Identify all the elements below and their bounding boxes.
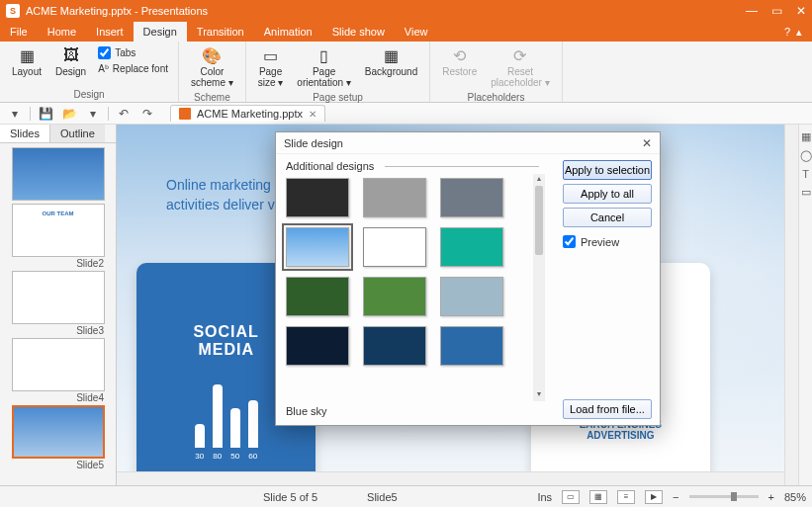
menu-slideshow[interactable]: Slide show — [322, 22, 395, 42]
dialog-title: Slide design — [284, 137, 343, 149]
zoom-in-button[interactable]: + — [768, 491, 774, 503]
save-icon[interactable]: 💾 — [35, 105, 56, 123]
redo-icon[interactable]: ↷ — [136, 105, 158, 123]
view-sorter-button[interactable]: ▦ — [589, 490, 607, 504]
design-option[interactable] — [286, 178, 349, 217]
minimize-button[interactable]: — — [746, 4, 758, 18]
card-title: SOCIAL MEDIA — [193, 323, 258, 359]
design-scrollbar[interactable]: ▴ ▾ — [533, 174, 545, 401]
shapes-icon[interactable]: ◯ — [800, 149, 812, 162]
scroll-down-icon[interactable]: ▾ — [533, 389, 545, 401]
ribbon: ▦Layout 🖼Design Tabs AᵇReplace font Desi… — [0, 42, 812, 103]
design-grid — [286, 174, 529, 401]
menu-animation[interactable]: Animation — [254, 22, 322, 42]
status-slide-name: Slide5 — [367, 491, 398, 503]
reset-placeholder-button: ⟳Reset placeholder ▾ — [485, 43, 555, 90]
quick-access-toolbar: ▾ 💾 📂 ▾ ↶ ↷ ACME Marketing.pptx ✕ — [0, 103, 812, 125]
menu-home[interactable]: Home — [38, 22, 86, 42]
maximize-button[interactable]: ▭ — [771, 4, 782, 18]
vertical-scrollbar[interactable] — [784, 125, 798, 485]
slide-thumb-4[interactable] — [12, 338, 105, 391]
menu-bar: File Home Insert Design Transition Anima… — [0, 22, 812, 42]
page-size-button[interactable]: ▭Page size ▾ — [252, 43, 290, 90]
document-tab[interactable]: ACME Marketing.pptx ✕ — [170, 105, 325, 122]
slide-design-dialog: Slide design ✕ Additional designs ▴ ▾ Bl… — [275, 131, 661, 426]
menu-file[interactable]: File — [0, 22, 38, 42]
design-option[interactable] — [363, 277, 426, 316]
tab-outline[interactable]: Outline — [50, 125, 105, 142]
undo-icon[interactable]: ↶ — [113, 105, 135, 123]
view-normal-button[interactable]: ▭ — [562, 490, 580, 504]
slide-thumbnails[interactable]: Slide2 Slide3 Slide4 Slide5 — [0, 143, 116, 485]
doc-tab-label: ACME Marketing.pptx — [197, 108, 303, 120]
zoom-slider[interactable] — [689, 495, 759, 498]
tabs-checkbox[interactable]: Tabs — [94, 45, 172, 60]
zoom-value[interactable]: 85% — [784, 491, 806, 503]
app-icon: S — [6, 4, 20, 18]
doc-type-icon — [179, 108, 191, 120]
load-from-file-button[interactable]: Load from file... — [563, 399, 652, 419]
bar — [248, 400, 258, 448]
menu-chevron-icon[interactable]: ▴ — [796, 26, 802, 39]
qat-dropdown-icon[interactable]: ▾ — [82, 105, 104, 123]
cancel-button[interactable]: Cancel — [563, 208, 652, 227]
design-option[interactable] — [363, 178, 426, 217]
view-slideshow-button[interactable]: ▶ — [645, 490, 663, 504]
menu-insert[interactable]: Insert — [86, 22, 134, 42]
design-option[interactable] — [440, 178, 503, 217]
ribbon-group-placeholders: ⟲Restore ⟳Reset placeholder ▾ Placeholde… — [430, 42, 563, 102]
replace-font-icon: Aᵇ — [98, 63, 109, 74]
text-icon[interactable]: T — [802, 168, 809, 180]
bar — [230, 408, 240, 448]
status-slide-counter: Slide 5 of 5 — [263, 491, 317, 503]
design-button[interactable]: 🖼Design — [49, 43, 92, 79]
close-button[interactable]: ✕ — [796, 4, 806, 18]
design-option[interactable] — [363, 326, 426, 366]
new-doc-icon[interactable]: ▾ — [4, 105, 26, 123]
doc-tab-close-icon[interactable]: ✕ — [309, 109, 316, 120]
preview-checkbox[interactable]: Preview — [563, 235, 652, 248]
status-bar: Slide 5 of 5 Slide5 Ins ▭ ▦ ≡ ▶ − + 85% — [0, 485, 812, 507]
horizontal-scrollbar[interactable] — [117, 471, 784, 485]
design-option[interactable] — [440, 227, 503, 267]
help-button[interactable]: ? — [784, 26, 790, 38]
design-option[interactable] — [286, 277, 349, 316]
object-toolbar: ▦ ◯ T ▭ — [798, 125, 812, 485]
slide-thumb-3[interactable] — [12, 271, 105, 324]
ribbon-group-design: ▦Layout 🖼Design Tabs AᵇReplace font Desi… — [0, 42, 179, 102]
dialog-close-icon[interactable]: ✕ — [642, 136, 652, 150]
replace-font-button[interactable]: AᵇReplace font — [94, 62, 172, 75]
zoom-out-button[interactable]: − — [673, 491, 678, 503]
slide-thumb-5[interactable] — [12, 405, 105, 459]
color-scheme-button[interactable]: 🎨Color scheme ▾ — [185, 43, 239, 90]
background-button[interactable]: ▦Background — [359, 43, 423, 79]
design-option[interactable] — [286, 326, 349, 366]
tab-slides[interactable]: Slides — [0, 125, 50, 142]
design-option[interactable] — [440, 326, 503, 366]
design-option[interactable] — [286, 227, 349, 267]
bar — [195, 424, 205, 448]
image-icon[interactable]: ▭ — [801, 186, 811, 199]
scroll-up-icon[interactable]: ▴ — [533, 174, 545, 186]
view-outline-button[interactable]: ≡ — [617, 490, 635, 504]
menu-design[interactable]: Design — [134, 22, 187, 42]
layout-button[interactable]: ▦Layout — [6, 43, 47, 79]
title-bar: S ACME Marketing.pptx - Presentations — … — [0, 0, 812, 22]
apply-to-selection-button[interactable]: Apply to selection — [563, 160, 652, 180]
selected-design-name: Blue sky — [286, 401, 545, 419]
open-icon[interactable]: 📂 — [58, 105, 80, 123]
menu-view[interactable]: View — [395, 22, 438, 42]
slide-panel: Slides Outline Slide2 Slide3 Slide4 Slid… — [0, 125, 117, 485]
slide-thumb-2[interactable] — [12, 204, 105, 257]
slide-thumb-1[interactable] — [12, 147, 105, 201]
bar — [213, 384, 223, 448]
objects-icon[interactable]: ▦ — [801, 130, 811, 143]
page-orientation-button[interactable]: ▯Page orientation ▾ — [291, 43, 356, 90]
section-additional-designs: Additional designs — [286, 160, 545, 172]
design-option[interactable] — [363, 227, 426, 267]
window-title: ACME Marketing.pptx - Presentations — [26, 5, 208, 17]
design-option[interactable] — [440, 277, 503, 316]
apply-to-all-button[interactable]: Apply to all — [563, 184, 652, 204]
restore-button: ⟲Restore — [436, 43, 483, 79]
menu-transition[interactable]: Transition — [187, 22, 254, 42]
